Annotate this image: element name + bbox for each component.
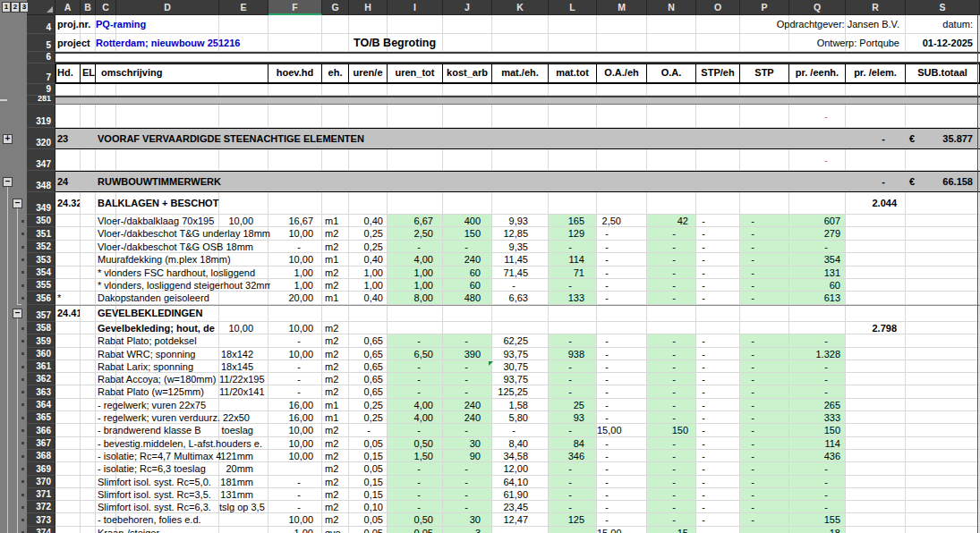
cell-R371[interactable] <box>846 488 906 501</box>
cell-D363[interactable]: Rabat Plato (w=125mm) <box>96 385 221 398</box>
cell-M370[interactable]: - <box>597 476 647 488</box>
cell-D362[interactable]: Rabat Accoya; (w=180mm) <box>96 373 221 385</box>
cell-I369[interactable]: - <box>388 462 443 475</box>
cell-L373[interactable]: 125 <box>549 513 597 526</box>
cell-F352[interactable]: - <box>268 241 322 253</box>
cell-I363[interactable]: - <box>388 385 443 398</box>
cell-L372[interactable]: - <box>549 501 597 513</box>
cell-N373[interactable]: - <box>647 513 696 526</box>
cell-B361[interactable] <box>81 360 96 373</box>
cell-Q363[interactable]: - <box>789 385 846 398</box>
cell-P347[interactable] <box>740 149 789 171</box>
cell-H368[interactable]: 0,15 <box>349 450 388 462</box>
cell-O372[interactable]: - <box>696 501 740 513</box>
cell-F5[interactable] <box>268 34 322 52</box>
cell-H363[interactable]: 0,65 <box>349 385 388 398</box>
cell-A374[interactable] <box>55 527 81 533</box>
row-header-353[interactable]: 353 <box>27 253 55 266</box>
cell-N358[interactable] <box>647 322 696 335</box>
cell-S350[interactable] <box>906 215 980 227</box>
cell-F4[interactable] <box>268 15 322 34</box>
cell-B372[interactable] <box>81 501 96 513</box>
row-header-359[interactable]: 359 <box>27 334 55 347</box>
cell-J368[interactable]: 90 <box>443 450 492 462</box>
cell-F373[interactable]: 10,00 <box>268 513 322 526</box>
row-header-358[interactable]: 358 <box>27 322 55 335</box>
row-header-371[interactable]: 371 <box>27 488 55 501</box>
table-header-cell[interactable]: kost_arb <box>443 63 492 84</box>
cell-M372[interactable]: - <box>597 501 647 513</box>
cell-R374[interactable] <box>846 527 906 533</box>
cell-M359[interactable]: - <box>597 334 647 347</box>
row-header-352[interactable]: 352 <box>27 241 55 253</box>
cell-R357[interactable] <box>846 305 906 322</box>
column-header-O[interactable]: O <box>696 0 740 15</box>
cell-Q371[interactable]: - <box>789 488 846 501</box>
cell-H358[interactable] <box>349 322 388 335</box>
cell-O364[interactable]: - <box>696 399 740 411</box>
cell-Q350[interactable]: 607 <box>789 215 846 227</box>
cell-H362[interactable]: 0,65 <box>349 373 388 385</box>
cell-K367[interactable]: 8,40 <box>492 437 549 450</box>
cell-I353[interactable]: 4,00 <box>388 253 443 266</box>
cell-S363[interactable] <box>906 385 980 398</box>
cell-R367[interactable] <box>846 437 906 450</box>
column-header-R[interactable]: R <box>846 0 906 15</box>
cell-F368[interactable]: 10,00 <box>268 450 322 462</box>
cell-S4[interactable] <box>906 15 980 34</box>
cell-B9[interactable] <box>81 84 96 96</box>
cell-R355[interactable] <box>846 279 906 292</box>
cell-A5[interactable] <box>55 34 81 52</box>
cell-K349[interactable] <box>492 192 549 215</box>
cell-E9[interactable] <box>219 84 268 96</box>
cell-Q9[interactable] <box>789 84 846 96</box>
cell-A9[interactable] <box>55 84 81 96</box>
cell-J372[interactable]: - <box>443 501 492 513</box>
cell-A350[interactable] <box>55 215 81 227</box>
cell-S349[interactable] <box>906 192 980 215</box>
cell-L368[interactable]: 346 <box>549 450 597 462</box>
cell-E371[interactable]: 131mm <box>219 488 268 501</box>
cell-E368[interactable]: 121mm <box>219 450 268 462</box>
column-header-H[interactable]: H <box>349 0 388 15</box>
cell-S374[interactable] <box>906 527 980 533</box>
cell-M361[interactable]: - <box>597 360 647 373</box>
row-header-351[interactable]: 351 <box>27 227 55 240</box>
cell-K366[interactable]: - <box>492 424 549 436</box>
cell-A360[interactable] <box>55 348 81 360</box>
expand-group-button[interactable]: + <box>3 134 13 144</box>
cell-B349[interactable] <box>81 192 96 215</box>
cell-G9[interactable] <box>322 84 349 96</box>
cell-K347[interactable] <box>492 149 549 171</box>
table-header-cell[interactable]: pr. /elem. <box>846 63 906 84</box>
cell-N354[interactable]: - <box>647 266 696 279</box>
cell-O359[interactable]: - <box>696 334 740 347</box>
cell-R360[interactable] <box>846 348 906 360</box>
cell-K319[interactable] <box>492 105 549 128</box>
collapse-group-button[interactable]: – <box>3 177 13 187</box>
cell-L351[interactable]: 129 <box>549 227 597 240</box>
cell-B362[interactable] <box>81 373 96 385</box>
cell-G361[interactable]: m2 <box>322 360 349 373</box>
cell-I360[interactable]: 6,50 <box>388 348 443 360</box>
row-header-357[interactable]: 357 <box>27 305 55 322</box>
cell-J353[interactable]: 240 <box>443 253 492 266</box>
cell-S358[interactable] <box>906 322 980 335</box>
cell-R352[interactable] <box>846 241 906 253</box>
cell-D350[interactable]: Vloer-/dakbalklaag 70x195 <box>96 215 221 227</box>
cell-L357[interactable] <box>549 305 597 322</box>
cell-S364[interactable] <box>906 399 980 411</box>
cell-N360[interactable]: - <box>647 348 696 360</box>
cell-D320[interactable]: VOORAF VERVAARDIGDE STEENACHTIGE ELEMENT… <box>96 128 599 149</box>
cell-G319[interactable] <box>322 105 349 128</box>
table-header-cell[interactable]: omschrijving <box>96 63 268 84</box>
cell-R320[interactable]: - <box>846 128 906 149</box>
cell-B4[interactable] <box>81 15 96 34</box>
column-header-G[interactable]: G <box>322 0 349 15</box>
cell-G366[interactable]: m2 <box>322 424 349 436</box>
cell-F369[interactable] <box>268 462 322 475</box>
cell-O367[interactable]: - <box>696 437 740 450</box>
outline-level-2-button[interactable]: 2 <box>11 2 20 13</box>
cell-S9[interactable] <box>906 84 980 96</box>
cell-O361[interactable]: - <box>696 360 740 373</box>
